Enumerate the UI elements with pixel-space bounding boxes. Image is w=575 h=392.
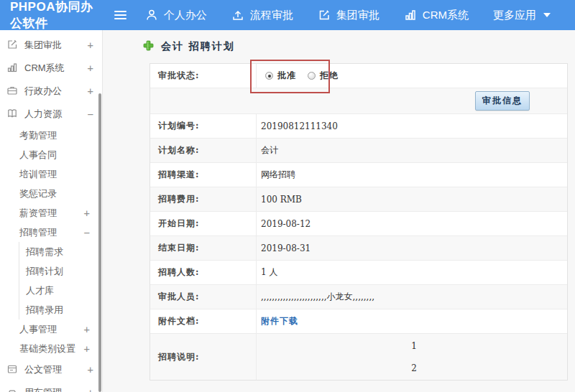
nav-label: 个人办公: [164, 9, 207, 22]
caret-down-icon: [543, 13, 551, 17]
form-row-plan-name: 计划名称: 会计: [150, 139, 567, 163]
sidebar-item-contract[interactable]: 人事合同: [0, 145, 102, 164]
field-label: 招聘人数:: [150, 261, 257, 284]
nav-workflow-approval[interactable]: 流程审批: [231, 9, 293, 22]
nav-label: 更多应用: [493, 9, 536, 22]
nav-more-apps[interactable]: 更多应用: [493, 9, 551, 22]
sidebar-scrollbar[interactable]: [98, 93, 101, 392]
field-label: 计划名称:: [150, 139, 257, 162]
form-row-cost: 招聘费用: 100 RMB: [150, 187, 567, 212]
field-label: 附件文档:: [150, 309, 257, 333]
document-icon: [6, 363, 18, 377]
plus-icon: [143, 40, 154, 54]
sidebar: 集团审批 + CRM系统 + 行政办公 +: [0, 30, 103, 392]
sidebar-item-base-category[interactable]: 基础类别设置 +: [0, 339, 102, 358]
nav-crm[interactable]: CRM系统: [404, 9, 469, 22]
field-value: 1 人: [257, 261, 567, 284]
sidebar-item-crm[interactable]: CRM系统 +: [0, 57, 102, 80]
form-row-approvers: 审批人员: ,,,,,,,,,,,,,,,,,,,,,,,,小龙女,,,,,,,…: [150, 285, 567, 309]
sidebar-item-recruit-demand[interactable]: 招聘需求: [19, 242, 102, 261]
app-logo[interactable]: PHPOA协同办公软件: [0, 0, 106, 32]
sidebar-item-admin-office[interactable]: 行政办公 +: [0, 80, 102, 103]
status-options: 批准 拒绝: [257, 64, 567, 88]
sidebar-item-personnel[interactable]: 人事管理 +: [0, 319, 102, 339]
form-row-headcount: 招聘人数: 1 人: [150, 261, 567, 285]
radio-button[interactable]: [308, 72, 316, 80]
field-value: 2019-08-12: [257, 212, 567, 235]
expand-icon[interactable]: +: [88, 85, 93, 97]
form-row-actions: 审批信息: [150, 88, 567, 114]
sidebar-item-vehicle[interactable]: 用车管理 +: [0, 381, 102, 392]
form-row-description: 招聘说明: 1 2: [150, 334, 567, 380]
sidebar-item-hr[interactable]: 人力资源 −: [0, 103, 102, 126]
hamburger-menu-icon[interactable]: [114, 9, 126, 22]
user-icon: [145, 9, 158, 22]
field-label: 招聘渠道:: [150, 163, 257, 187]
field-value: 1 2: [257, 334, 567, 380]
field-value: 2019-08-31: [257, 236, 567, 260]
nav-group-approval[interactable]: 集团审批: [318, 9, 380, 22]
radio-reject[interactable]: 拒绝: [308, 70, 339, 82]
sidebar-item-doc-mgmt[interactable]: 公文管理 +: [0, 358, 102, 381]
sidebar-item-talent-pool[interactable]: 人才库: [19, 281, 102, 300]
expand-icon[interactable]: +: [88, 62, 93, 74]
form-row-plan-number: 计划编号: 20190812111340: [150, 114, 567, 139]
field-label: 计划编号:: [150, 114, 257, 138]
field-label: 结束日期:: [150, 236, 257, 260]
sidebar-item-label: 公文管理: [24, 363, 88, 376]
recruit-submenu: 招聘需求 招聘计划 人才库 招聘录用: [19, 242, 102, 319]
form-row-status: 审批状态: 批准 拒绝: [150, 64, 567, 88]
bar-chart-icon: [404, 9, 417, 22]
main-content: 会计 招聘计划 审批状态: 批准 拒绝 审批信息: [103, 30, 575, 392]
expand-icon[interactable]: +: [84, 343, 90, 355]
radio-approve[interactable]: 批准: [265, 70, 296, 82]
book-icon: [6, 108, 18, 121]
field-value: 附件下载: [257, 309, 567, 333]
topbar: PHPOA协同办公软件 个人办公 流程审批: [0, 0, 575, 30]
car-icon: [6, 386, 18, 392]
radio-button-checked[interactable]: [265, 72, 273, 80]
field-value: 会计: [257, 139, 567, 162]
breadcrumb: 会计 招聘计划: [103, 30, 575, 63]
collapse-icon[interactable]: −: [88, 108, 93, 120]
field-label: 招聘说明:: [150, 334, 257, 380]
expand-icon[interactable]: +: [88, 364, 93, 375]
top-navigation: 个人办公 流程审批 集团审批 CRM系统: [145, 9, 575, 22]
approve-info-button[interactable]: 审批信息: [475, 91, 530, 111]
sidebar-item-label: 用车管理: [24, 386, 88, 392]
sidebar-item-salary[interactable]: 薪资管理 +: [0, 203, 102, 223]
field-label: 招聘费用:: [150, 187, 257, 211]
sidebar-item-recruit-hire[interactable]: 招聘录用: [19, 300, 102, 319]
field-value: 20190812111340: [257, 114, 567, 138]
expand-icon[interactable]: +: [84, 207, 90, 219]
sidebar-item-training[interactable]: 培训管理: [0, 164, 102, 184]
sidebar-item-label: 行政办公: [24, 85, 88, 98]
sidebar-item-recruit-plan[interactable]: 招聘计划: [19, 261, 102, 281]
attachment-download-link[interactable]: 附件下载: [261, 315, 298, 327]
expand-icon[interactable]: +: [84, 324, 90, 335]
nav-personal-office[interactable]: 个人办公: [145, 9, 207, 22]
upload-icon: [231, 9, 244, 22]
field-value: 100 RMB: [257, 187, 567, 211]
sidebar-item-attendance[interactable]: 考勤管理: [0, 126, 102, 145]
sidebar-item-label: 集团审批: [24, 39, 88, 52]
sidebar-item-recruit-mgmt[interactable]: 招聘管理 −: [0, 223, 102, 242]
collapse-icon[interactable]: −: [84, 227, 90, 238]
approval-form: 审批状态: 批准 拒绝 审批信息 计划编号: 2019: [150, 63, 568, 381]
briefcase-icon: [6, 85, 18, 98]
sidebar-item-group-approval[interactable]: 集团审批 +: [0, 34, 102, 57]
sidebar-item-label: CRM系统: [24, 62, 88, 75]
form-row-start-date: 开始日期: 2019-08-12: [150, 212, 567, 236]
page-title: 会计 招聘计划: [161, 40, 235, 53]
nav-label: 集团审批: [336, 9, 380, 22]
field-label: 审批人员:: [150, 285, 257, 309]
expand-icon[interactable]: +: [88, 387, 93, 392]
field-label: 开始日期:: [150, 212, 257, 235]
form-row-channel: 招聘渠道: 网络招聘: [150, 163, 567, 187]
edit-icon: [318, 9, 331, 22]
sidebar-item-rewards[interactable]: 奖惩记录: [0, 184, 102, 203]
form-row-end-date: 结束日期: 2019-08-31: [150, 236, 567, 261]
nav-label: 流程审批: [250, 9, 293, 22]
expand-icon[interactable]: +: [88, 39, 93, 51]
edit-icon: [6, 39, 18, 52]
